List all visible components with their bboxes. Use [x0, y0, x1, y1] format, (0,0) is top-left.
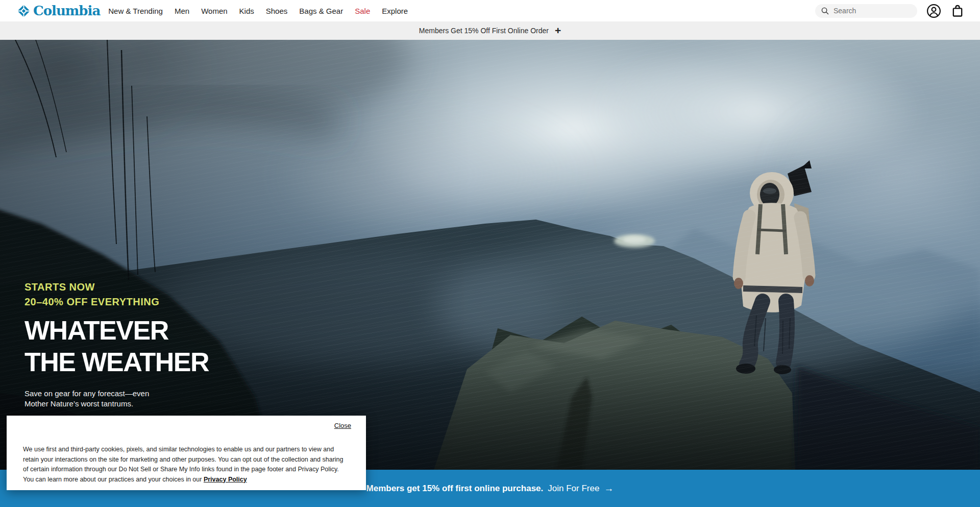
cookie-consent-dialog: Close We use first and third-party cooki…: [7, 416, 366, 490]
hero-subtitle-line2: Mother Nature’s worst tantrums.: [24, 399, 209, 409]
main-nav: New & Trending Men Women Kids Shoes Bags…: [108, 7, 408, 15]
privacy-policy-link[interactable]: Privacy Policy: [204, 476, 247, 483]
search-bar[interactable]: [815, 4, 917, 18]
hero-headline-line1: WHATEVER: [24, 315, 209, 346]
cookie-body-text: We use first and third-party cookies, pi…: [23, 445, 348, 485]
nav-item-kids[interactable]: Kids: [239, 7, 254, 15]
nav-item-explore[interactable]: Explore: [382, 7, 408, 15]
hero-headline-line2: THE WEATHER: [24, 346, 209, 378]
hero-banner: STARTS NOW 20–40% OFF EVERYTHING WHATEVE…: [0, 40, 980, 470]
expand-plus-icon[interactable]: +: [555, 25, 561, 36]
search-input[interactable]: [834, 7, 912, 15]
hero-headline: WHATEVER THE WEATHER: [24, 315, 209, 378]
nav-item-men[interactable]: Men: [175, 7, 189, 15]
footer-banner-text: Members get 15% off first online purchas…: [366, 484, 544, 494]
nav-item-bags-gear[interactable]: Bags & Gear: [299, 7, 343, 15]
columbia-logo[interactable]: Columbia: [17, 4, 100, 18]
search-icon: [821, 7, 829, 15]
hero-subtitle: Save on gear for any forecast—even Mothe…: [24, 389, 209, 408]
nav-utility-group: [815, 3, 965, 19]
cookie-close-link[interactable]: Close: [334, 422, 351, 429]
hero-eyebrow-line2: 20–40% OFF EVERYTHING: [24, 295, 209, 309]
cart-button[interactable]: [950, 4, 965, 18]
columbia-gem-icon: [17, 4, 31, 18]
shopping-bag-icon: [950, 4, 965, 18]
nav-item-sale[interactable]: Sale: [355, 7, 370, 15]
top-navigation-bar: Columbia New & Trending Men Women Kids S…: [0, 0, 980, 21]
promo-banner[interactable]: Members Get 15% Off First Online Order +: [0, 21, 980, 40]
nav-item-new-trending[interactable]: New & Trending: [108, 7, 163, 15]
brand-wordmark: Columbia: [33, 4, 100, 17]
nav-item-shoes[interactable]: Shoes: [266, 7, 288, 15]
hero-subtitle-line1: Save on gear for any forecast—even: [24, 389, 209, 399]
cookie-body-copy: We use first and third-party cookies, pi…: [23, 446, 343, 483]
nav-item-women[interactable]: Women: [201, 7, 227, 15]
hero-eyebrow-line1: STARTS NOW: [24, 280, 209, 295]
promo-banner-text: Members Get 15% Off First Online Order: [419, 27, 549, 35]
account-button[interactable]: [926, 3, 942, 19]
account-icon: [926, 3, 942, 19]
right-arrow-icon: →: [604, 484, 614, 493]
join-for-free-link[interactable]: Join For Free: [548, 484, 599, 494]
